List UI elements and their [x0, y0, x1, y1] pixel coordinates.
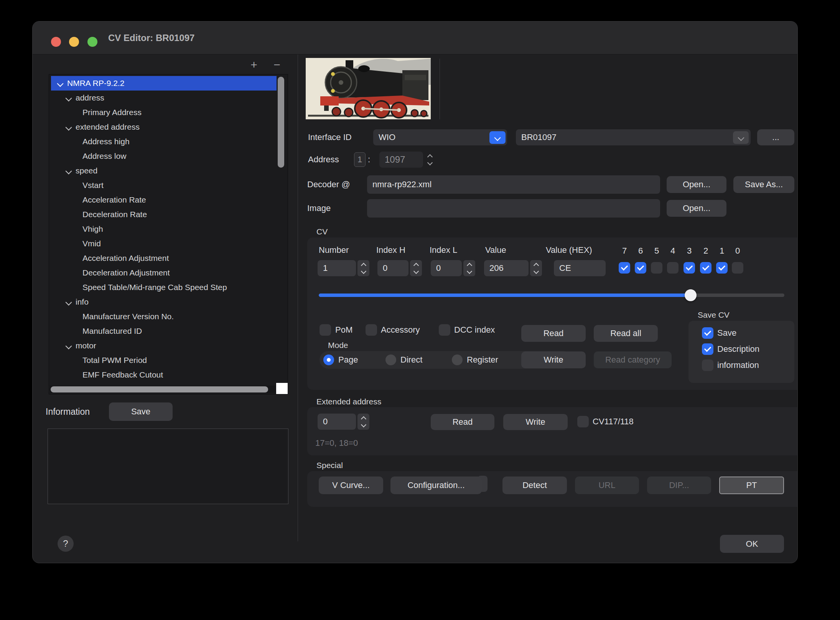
information-textarea[interactable] — [48, 429, 288, 504]
extended-address-stepper[interactable] — [357, 414, 369, 430]
dcc-index-checkbox[interactable] — [439, 324, 450, 336]
tree-add-button[interactable]: + — [246, 57, 262, 73]
tree-item[interactable]: Speed Table/Mid-range Cab Speed Step — [51, 280, 277, 295]
help-button[interactable]: ? — [58, 536, 74, 552]
mode-direct-radio[interactable] — [385, 355, 396, 365]
bit-1-label: 1 — [716, 246, 728, 256]
accessory-label: Accessory — [381, 322, 420, 338]
cv117-118-checkbox[interactable] — [577, 416, 589, 427]
window-title: CV Editor: BR01097 — [108, 30, 194, 46]
cv-write-button[interactable]: Write — [521, 351, 586, 368]
close-window-button[interactable] — [51, 37, 61, 47]
cv-number-field[interactable]: 1 — [318, 260, 356, 276]
address-index-field[interactable]: 1 — [354, 152, 366, 167]
pom-checkbox[interactable] — [320, 324, 331, 336]
loco-id-dropdown-button[interactable] — [733, 131, 749, 144]
tree-item[interactable]: Deceleration Rate — [51, 207, 277, 222]
extended-address-read-button[interactable]: Read — [431, 414, 494, 430]
tree-item-label: info — [76, 297, 89, 307]
tree-item[interactable]: Primary Address — [51, 105, 277, 120]
cv-value-stepper[interactable] — [530, 260, 542, 276]
address-value-field[interactable]: 1097 — [379, 152, 423, 168]
extended-address-hint: 17=0, 18=0 — [315, 435, 358, 451]
tree-item[interactable]: Vhigh — [51, 222, 277, 236]
information-save-button[interactable]: Save — [109, 402, 173, 421]
tree-item[interactable]: Manufactured ID — [51, 324, 277, 338]
tree-item[interactable]: Address low — [51, 149, 277, 163]
decoder-label: Decoder @ — [307, 175, 350, 194]
more-button[interactable]: ... — [757, 129, 794, 145]
extended-address-write-button[interactable]: Write — [503, 414, 568, 430]
cv-hex-field[interactable]: CE — [554, 260, 606, 276]
tree-item[interactable]: Vstart — [51, 178, 277, 193]
tree-remove-button[interactable]: − — [269, 57, 285, 73]
configuration-button[interactable]: Configuration... — [390, 477, 482, 494]
cv-index-l-stepper[interactable] — [463, 260, 475, 276]
interface-dropdown-button[interactable] — [489, 131, 506, 144]
tree-item[interactable]: address — [51, 91, 277, 105]
tree-item[interactable]: Address high — [51, 134, 277, 149]
tree-item[interactable]: Vmid — [51, 236, 277, 251]
url-button[interactable]: URL — [575, 477, 639, 494]
tree-item[interactable]: Deceleration Adjustment — [51, 265, 277, 280]
cv-number-stepper[interactable] — [357, 260, 369, 276]
cv-value-slider-track[interactable] — [319, 294, 784, 297]
bit-6-checkbox[interactable] — [635, 262, 646, 274]
cv-index-l-field[interactable]: 0 — [431, 260, 462, 276]
tree-item[interactable]: EMF Feedback Cutout — [51, 368, 277, 382]
tree-item[interactable]: Acceleration Adjustment — [51, 251, 277, 265]
tree-item[interactable]: Manufacturer Version No. — [51, 309, 277, 324]
v-curve-button[interactable]: V Curve... — [319, 477, 383, 494]
pt-button[interactable]: PT — [719, 477, 784, 494]
image-open-button[interactable]: Open... — [667, 200, 726, 217]
dip-button[interactable]: DIP... — [647, 477, 711, 494]
tree-item[interactable]: motor — [51, 338, 277, 353]
bit-1-checkbox[interactable] — [716, 262, 728, 274]
save-cv-description-checkbox[interactable] — [702, 343, 713, 355]
cv-value-field[interactable]: 206 — [484, 260, 529, 276]
bit-5-checkbox[interactable] — [651, 262, 662, 274]
image-path-field[interactable] — [367, 199, 660, 218]
save-cv-save-label: Save — [717, 325, 736, 341]
tree-item[interactable]: Acceleration Rate — [51, 193, 277, 207]
address-stepper[interactable] — [425, 152, 435, 167]
minimize-window-button[interactable] — [69, 37, 79, 47]
bit-3-checkbox[interactable] — [684, 262, 695, 274]
mode-register-radio[interactable] — [452, 355, 463, 365]
cv-read-all-button[interactable]: Read all — [594, 325, 658, 342]
decoder-save-as-button[interactable]: Save As... — [733, 176, 794, 193]
stepper-up-icon — [427, 154, 433, 159]
bit-4-checkbox[interactable] — [667, 262, 679, 274]
bit-0-checkbox[interactable] — [732, 262, 743, 274]
extended-address-field[interactable]: 0 — [318, 414, 356, 430]
tree-item[interactable]: extended address — [51, 120, 277, 134]
bit-2-checkbox[interactable] — [700, 262, 712, 274]
save-cv-save-checkbox[interactable] — [702, 327, 713, 339]
decoder-file-field[interactable]: nmra-rp922.xml — [367, 175, 660, 194]
tree-item[interactable]: info — [51, 295, 277, 309]
pom-label: PoM — [335, 322, 352, 338]
tree-item-label: Vmid — [82, 239, 101, 248]
accessory-checkbox[interactable] — [366, 324, 377, 336]
cv-index-h-field[interactable]: 0 — [377, 260, 408, 276]
cv-read-category-button[interactable]: Read category — [594, 351, 672, 368]
save-cv-information-checkbox[interactable] — [702, 359, 713, 371]
tree-item[interactable]: NMRA RP-9.2.2 — [51, 76, 277, 91]
tree-horizontal-scrollbar[interactable] — [51, 386, 268, 392]
cv-index-h-stepper[interactable] — [410, 260, 422, 276]
detect-button[interactable]: Detect — [502, 477, 567, 494]
loco-id-select[interactable]: BR01097 — [516, 129, 751, 145]
tree-item[interactable]: speed — [51, 163, 277, 178]
zoom-window-button[interactable] — [87, 37, 97, 47]
tree-item[interactable]: Total PWM Period — [51, 353, 277, 368]
tree-vertical-scrollbar[interactable] — [278, 77, 284, 168]
cv-read-button[interactable]: Read — [521, 325, 586, 342]
interface-id-select[interactable]: WIO — [373, 129, 507, 145]
cv-hex-label: Value (HEX) — [546, 242, 592, 258]
cv-value-slider-thumb[interactable] — [685, 289, 697, 301]
bit-7-checkbox[interactable] — [619, 262, 630, 274]
mode-page-radio[interactable] — [323, 355, 334, 365]
mode-register-label: Register — [467, 352, 498, 368]
decoder-open-button[interactable]: Open... — [667, 176, 726, 193]
ok-button[interactable]: OK — [720, 535, 784, 553]
